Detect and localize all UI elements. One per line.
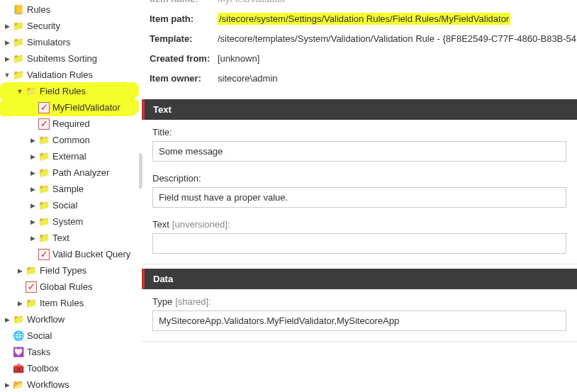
qi-template-value: /sitecore/templates/System/Validation/Va… bbox=[218, 33, 577, 44]
folder-icon bbox=[38, 216, 50, 228]
folder-icon bbox=[38, 135, 50, 146]
text-label-hint: [unversioned]: bbox=[172, 219, 230, 230]
folder-icon bbox=[38, 151, 50, 162]
qi-item-name-label: Item name: bbox=[150, 0, 218, 4]
tree-label: Text bbox=[52, 233, 69, 243]
tree-social-root[interactable]: Social bbox=[0, 327, 139, 344]
tree-myfieldvalidator[interactable]: MyFieldValidator bbox=[0, 99, 139, 116]
folder-icon bbox=[13, 37, 24, 48]
qi-created-from-label: Created from: bbox=[150, 53, 218, 64]
tree-field-types[interactable]: ▶Field Types bbox=[0, 262, 139, 279]
folder-icon bbox=[38, 184, 50, 195]
tree-label: System bbox=[52, 216, 83, 227]
content-tree: 📒Rules ▶Security ▶Simulators ▶Subitems S… bbox=[0, 0, 139, 392]
folder-icon bbox=[26, 86, 37, 97]
tree-subitems-sorting[interactable]: ▶Subitems Sorting bbox=[0, 50, 139, 67]
section-data-body: Type [shared]: bbox=[142, 289, 577, 342]
validator-icon bbox=[38, 118, 50, 130]
tree-system[interactable]: ▶System bbox=[0, 213, 139, 230]
qi-template-label: Template: bbox=[150, 33, 218, 44]
folder-icon bbox=[13, 21, 24, 32]
folder-icon bbox=[13, 69, 24, 81]
tree-label: Field Types bbox=[40, 265, 86, 276]
tree-valid-bucket-query[interactable]: Valid Bucket Query bbox=[0, 246, 139, 262]
qi-item-name-value: MyFieldValidator bbox=[218, 0, 286, 4]
validator-icon bbox=[26, 281, 37, 293]
tree-label: Sample bbox=[52, 184, 84, 194]
folder-icon bbox=[26, 298, 37, 309]
tree-label: Workflow bbox=[27, 314, 65, 325]
tree-validation-rules[interactable]: ▼Validation Rules bbox=[0, 67, 139, 83]
tree-label: Tasks bbox=[27, 347, 50, 357]
text-label: Text [unversioned]: bbox=[152, 219, 566, 230]
text-label-text: Text bbox=[152, 219, 169, 230]
tree-label: Common bbox=[52, 135, 90, 145]
qi-created-from-value: [unknown] bbox=[218, 53, 259, 64]
tree-workflow[interactable]: ▶Workflow bbox=[0, 311, 139, 327]
tree-global-rules[interactable]: Global Rules bbox=[0, 279, 139, 295]
tree-tasks[interactable]: Tasks bbox=[0, 344, 139, 360]
tree-label: Item Rules bbox=[40, 298, 84, 308]
tree-common[interactable]: ▶Common bbox=[0, 132, 139, 148]
tree-label: Rules bbox=[27, 4, 50, 15]
tree-label: Field Rules bbox=[40, 86, 86, 96]
type-label-text: Type bbox=[152, 296, 172, 307]
description-label: Description: bbox=[152, 173, 566, 184]
tree-external[interactable]: ▶External bbox=[0, 148, 139, 164]
qi-item-path-value: /sitecore/system/Settings/Validation Rul… bbox=[218, 13, 510, 25]
text-input[interactable] bbox=[152, 233, 566, 254]
tree-label: Subitems Sorting bbox=[27, 53, 97, 64]
folder-icon bbox=[38, 167, 50, 179]
content-editor: Item name: MyFieldValidator Item path: /… bbox=[139, 0, 577, 392]
tree-label: Path Analyzer bbox=[52, 167, 109, 178]
tree-label: Required bbox=[52, 118, 90, 129]
description-input[interactable] bbox=[152, 187, 566, 208]
tree-label: Social bbox=[52, 200, 77, 211]
tree-label: Security bbox=[27, 21, 60, 31]
qi-item-owner-value: sitecore\admin bbox=[218, 73, 278, 84]
tree-toolbox[interactable]: Toolbox bbox=[0, 360, 139, 376]
title-input[interactable] bbox=[152, 141, 566, 162]
section-text-header[interactable]: Text bbox=[142, 99, 577, 120]
tree-label: Validation Rules bbox=[27, 69, 93, 80]
tree-workflows[interactable]: ▶Workflows bbox=[0, 376, 139, 392]
tree-simulators[interactable]: ▶Simulators bbox=[0, 34, 139, 50]
tree-sample[interactable]: ▶Sample bbox=[0, 181, 139, 197]
tree-label: Workflows bbox=[27, 379, 69, 390]
qi-item-owner-label: Item owner: bbox=[150, 73, 218, 84]
toolbox-icon bbox=[13, 363, 24, 374]
tree-label: Social bbox=[27, 330, 52, 341]
type-label-hint: [shared]: bbox=[175, 296, 211, 307]
workflows-icon bbox=[13, 379, 24, 391]
tree-social[interactable]: ▶Social bbox=[0, 197, 139, 213]
folder-icon: 📒 bbox=[13, 4, 24, 16]
tree-label: External bbox=[52, 151, 86, 162]
tasks-icon bbox=[13, 347, 24, 358]
tree-text[interactable]: ▶Text bbox=[0, 230, 139, 246]
splitter-handle[interactable] bbox=[139, 153, 142, 189]
section-data-header[interactable]: Data bbox=[142, 269, 577, 289]
folder-icon bbox=[13, 53, 24, 65]
tree-path-analyzer[interactable]: ▶Path Analyzer bbox=[0, 164, 139, 181]
tree-label: MyFieldValidator bbox=[52, 102, 121, 113]
validator-icon bbox=[38, 249, 50, 260]
tree-security[interactable]: ▶Security bbox=[0, 18, 139, 34]
folder-icon bbox=[13, 314, 24, 325]
tree-item-rules[interactable]: ▶Item Rules bbox=[0, 295, 139, 311]
type-input[interactable] bbox=[152, 310, 566, 331]
folder-icon bbox=[26, 265, 37, 276]
tree-required[interactable]: Required bbox=[0, 116, 139, 132]
folder-icon bbox=[38, 233, 50, 244]
tree-field-rules[interactable]: ▼Field Rules bbox=[0, 83, 139, 99]
folder-icon bbox=[38, 200, 50, 211]
tree-label: Toolbox bbox=[27, 363, 59, 374]
section-text-body: Title: Description: Text [unversioned]: bbox=[142, 120, 577, 264]
validator-icon bbox=[38, 102, 50, 113]
tree-label: Simulators bbox=[27, 37, 70, 47]
quick-info: Item name: MyFieldValidator Item path: /… bbox=[139, 0, 577, 95]
type-label: Type [shared]: bbox=[152, 296, 566, 307]
title-label: Title: bbox=[152, 127, 566, 138]
tree-label: Global Rules bbox=[40, 281, 92, 292]
globe-icon bbox=[13, 330, 24, 342]
tree-rules[interactable]: 📒Rules bbox=[0, 1, 139, 18]
